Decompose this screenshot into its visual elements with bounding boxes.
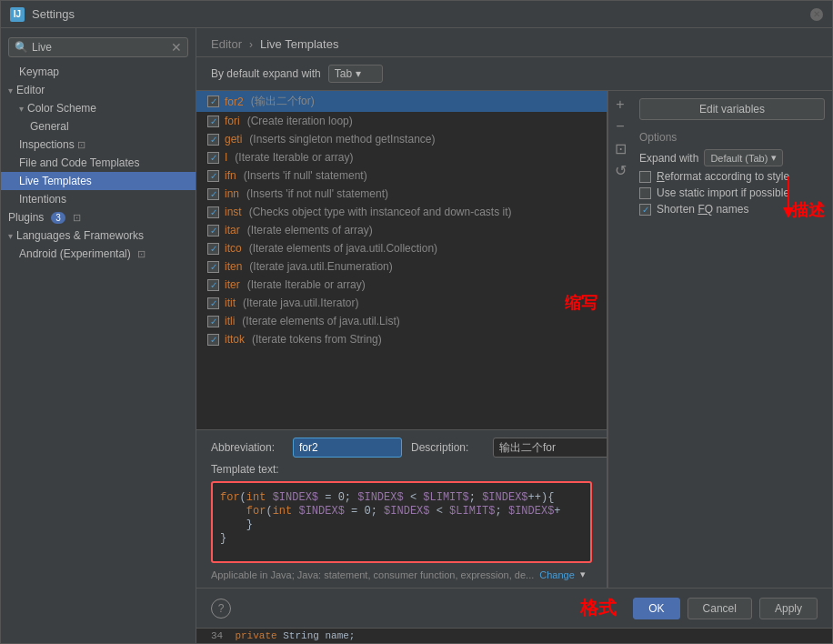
- reset-button[interactable]: ↺: [610, 160, 630, 180]
- template-item-itar[interactable]: itar (Iterate elements of array): [196, 221, 607, 239]
- settings-window: IJ Settings ✕ 🔍 ✕ Keymap ▾ Editor ▾ Colo: [0, 0, 833, 644]
- edit-variables-button[interactable]: Edit variables: [639, 98, 825, 120]
- template-item-ittok[interactable]: ittok (Iterate tokens from String): [196, 330, 607, 348]
- shorten-fq-checkbox[interactable]: [639, 204, 651, 216]
- sidebar: 🔍 ✕ Keymap ▾ Editor ▾ Color Scheme Gener…: [1, 28, 196, 643]
- right-area: + − ⊡ ↺ Edit variables Options Expand wi…: [607, 91, 832, 588]
- template-checkbox-itar[interactable]: [207, 225, 219, 236]
- breadcrumb-separator: ›: [249, 38, 253, 51]
- sidebar-search-box[interactable]: 🔍 ✕: [8, 37, 188, 57]
- sidebar-item-inspections[interactable]: Inspections ⊡: [1, 136, 196, 154]
- expand-option-row: Expand with Default (Tab) ▾: [639, 149, 825, 166]
- template-item-iter[interactable]: iter (Iterate Iterable or array): [196, 276, 607, 294]
- help-button[interactable]: ?: [211, 599, 231, 619]
- abbreviation-row: Abbreviation: Description:: [211, 438, 592, 458]
- description-label: Description:: [411, 441, 484, 454]
- template-checkbox-itco[interactable]: [207, 243, 219, 255]
- sidebar-item-intentions[interactable]: Intentions: [1, 190, 196, 208]
- sidebar-item-android[interactable]: Android (Experimental) ⊡: [1, 245, 196, 263]
- template-item-itit[interactable]: itit (Iterate java.util.Iterator) 缩写: [196, 294, 607, 312]
- app-icon: IJ: [10, 7, 25, 22]
- title-bar-left: IJ Settings: [10, 7, 75, 22]
- template-item-fori[interactable]: fori (Create iteration loop): [196, 112, 607, 130]
- expand-dropdown[interactable]: Tab ▾: [328, 65, 383, 83]
- template-item-inn[interactable]: inn (Inserts 'if not null' statement): [196, 185, 607, 203]
- footer-right: 格式 OK Cancel Apply: [580, 596, 818, 620]
- template-item-itli[interactable]: itli (Iterate elements of java.util.List…: [196, 312, 607, 330]
- applicable-text: Applicable in Java; Java: statement, con…: [211, 569, 534, 580]
- footer-left: ?: [211, 599, 231, 619]
- ok-button[interactable]: OK: [633, 598, 679, 619]
- sidebar-item-general[interactable]: General: [1, 117, 196, 136]
- expand-with-label: Expand with: [639, 152, 698, 165]
- plugins-badge: 3: [51, 212, 65, 224]
- right-sidebar-buttons: + − ⊡ ↺: [607, 91, 632, 588]
- apply-button[interactable]: Apply: [759, 598, 818, 619]
- sidebar-item-keymap[interactable]: Keymap: [1, 63, 196, 81]
- format-annotation: 格式: [580, 596, 617, 620]
- applicable-row: Applicable in Java; Java: statement, con…: [211, 569, 592, 580]
- close-button[interactable]: ✕: [810, 8, 823, 21]
- caret-icon: ▾: [8, 231, 13, 241]
- template-checkbox-inst[interactable]: [207, 206, 219, 218]
- template-item-for2[interactable]: for2 (输出二个for): [196, 91, 607, 112]
- main-area: Editor › Live Templates By default expan…: [196, 28, 832, 643]
- remove-button[interactable]: −: [610, 116, 630, 136]
- main-content: 🔍 ✕ Keymap ▾ Editor ▾ Color Scheme Gener…: [1, 28, 832, 643]
- template-text-area[interactable]: for(int $INDEX$ = 0; $INDEX$ < $LIMIT$; …: [211, 481, 592, 563]
- sidebar-item-plugins[interactable]: Plugins 3 ⊡: [1, 208, 196, 226]
- template-item-I[interactable]: I (Iterate Iterable or array): [196, 148, 607, 166]
- sidebar-item-color-scheme[interactable]: ▾ Color Scheme: [1, 99, 196, 117]
- template-item-itco[interactable]: itco (Iterate elements of java.util.Coll…: [196, 239, 607, 257]
- change-link[interactable]: Change: [539, 569, 575, 580]
- options-panel: Edit variables Options Expand with Defau…: [632, 91, 832, 588]
- reformat-checkbox[interactable]: [639, 171, 651, 183]
- code-hint-bar: 34 private String name;: [196, 628, 832, 643]
- template-item-geti[interactable]: geti (Inserts singleton method getInstan…: [196, 130, 607, 148]
- template-checkbox-fori[interactable]: [207, 116, 219, 127]
- copy-button[interactable]: ⊡: [610, 138, 630, 158]
- clear-search-icon[interactable]: ✕: [171, 41, 182, 54]
- options-title: Options: [639, 131, 825, 144]
- templates-list: for2 (输出二个for) fori (Create iteration lo…: [196, 91, 607, 429]
- template-text-label: Template text:: [211, 463, 592, 476]
- template-checkbox-itit[interactable]: [207, 297, 219, 309]
- detail-panel: Abbreviation: Description: Template text…: [196, 429, 607, 588]
- sidebar-item-live-templates[interactable]: Live Templates: [1, 172, 196, 190]
- expand-with-dropdown[interactable]: Default (Tab) ▾: [704, 149, 783, 166]
- shorten-fq-label: Shorten FQ names: [657, 203, 748, 216]
- template-checkbox-ittok[interactable]: [207, 334, 219, 346]
- template-item-ifn[interactable]: ifn (Inserts 'if null' statement): [196, 166, 607, 185]
- footer: ? 格式 OK Cancel Apply: [196, 588, 832, 628]
- sidebar-item-languages-frameworks[interactable]: ▾ Languages & Frameworks: [1, 226, 196, 245]
- abbrev-annotation: 缩写: [565, 292, 597, 314]
- template-checkbox-for2[interactable]: [207, 96, 219, 107]
- toolbar: By default expand with Tab ▾: [196, 57, 832, 91]
- abbreviation-label: Abbreviation:: [211, 441, 284, 454]
- sidebar-item-file-code-templates[interactable]: File and Code Templates: [1, 154, 196, 172]
- desc-arrow: [761, 172, 816, 217]
- search-input[interactable]: [32, 41, 167, 54]
- static-import-checkbox[interactable]: [639, 187, 651, 199]
- title-controls: ✕: [810, 8, 823, 21]
- title-bar: IJ Settings ✕: [1, 1, 832, 28]
- dropdown-arrow-icon: ▾: [771, 152, 777, 164]
- template-checkbox-itli[interactable]: [207, 316, 219, 327]
- caret-icon: ▾: [8, 86, 13, 96]
- sidebar-item-editor[interactable]: ▾ Editor: [1, 81, 196, 99]
- template-checkbox-iten[interactable]: [207, 261, 219, 273]
- template-item-iten[interactable]: iten (Iterate java.util.Enumeration): [196, 257, 607, 276]
- template-checkbox-iter[interactable]: [207, 279, 219, 291]
- page-header: Editor › Live Templates: [196, 28, 832, 57]
- template-checkbox-inn[interactable]: [207, 188, 219, 200]
- dropdown-arrow-icon: ▾: [356, 67, 361, 80]
- breadcrumb: Editor: [211, 37, 242, 51]
- template-checkbox-I[interactable]: [207, 152, 219, 164]
- template-checkbox-geti[interactable]: [207, 134, 219, 146]
- template-item-inst[interactable]: inst (Checks object type with instanceof…: [196, 203, 607, 221]
- template-checkbox-ifn[interactable]: [207, 170, 219, 182]
- add-button[interactable]: +: [610, 95, 630, 115]
- description-input[interactable]: [493, 438, 607, 458]
- cancel-button[interactable]: Cancel: [687, 598, 752, 619]
- abbreviation-input[interactable]: [293, 438, 402, 458]
